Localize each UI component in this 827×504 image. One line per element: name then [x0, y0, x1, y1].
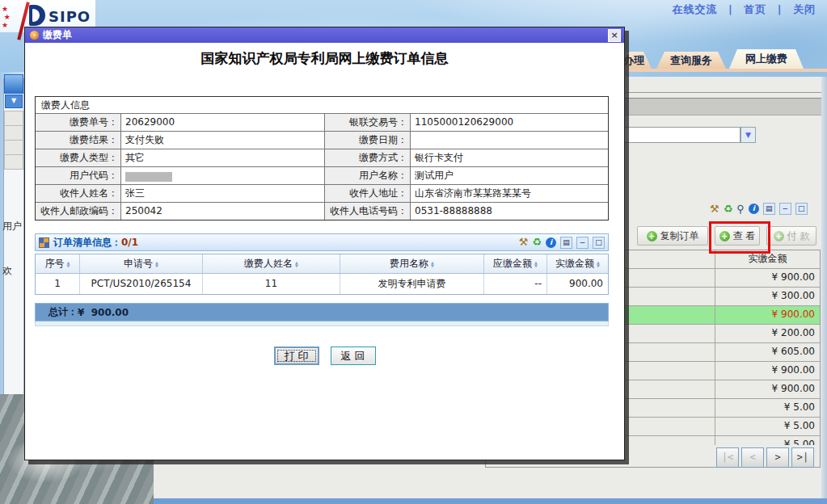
col-header-paid-amount: 实缴金额 — [715, 250, 820, 268]
total-value: ¥ 900.00 — [78, 307, 129, 318]
maximize-icon[interactable]: □ — [593, 237, 605, 249]
col-header-no[interactable]: 序号 — [36, 254, 80, 273]
tools-icon[interactable]: ⚒ — [519, 237, 529, 248]
search-icon[interactable]: ⚲ — [736, 204, 745, 215]
list-icon[interactable]: ▤ — [763, 203, 775, 215]
cell-application-no: PCT/US2010/265154 — [80, 274, 203, 294]
link-online-chat[interactable]: 在线交流 — [672, 3, 717, 15]
print-button[interactable]: 打 印 — [274, 346, 319, 365]
info-icon[interactable]: i — [749, 204, 759, 214]
cell-fee-name: 发明专利申请费 — [340, 274, 484, 294]
cell-amount: ¥ 5.00 — [715, 399, 820, 417]
field-value: 支付失败 — [121, 132, 325, 149]
col-header-paid-amount[interactable]: 实缴金额 — [547, 254, 608, 273]
table-header-row: 序号 申请号 缴费人姓名 费用名称 应缴金额 实缴金额 — [36, 254, 608, 274]
sidebar-menu-cell[interactable] — [4, 154, 23, 170]
field-label: 用户代码： — [36, 167, 121, 184]
last-page-button[interactable]: >| — [791, 447, 814, 468]
payment-order-dialog: › 缴费单 × 国家知识产权局专利局网上缴费订单信息 缴费人信息 缴费单号： 2… — [24, 27, 625, 460]
minimize-icon[interactable]: − — [576, 237, 589, 249]
sidebar-menu-cell[interactable] — [4, 140, 23, 155]
payer-info-table: 缴费人信息 缴费单号： 20629000 银联交易号： 110500012062… — [35, 96, 609, 220]
field-value: 张三 — [121, 185, 325, 202]
cell-amount: ¥ 605.00 — [715, 343, 820, 361]
cell-no: 1 — [36, 274, 80, 294]
field-value: 20629000 — [121, 114, 325, 131]
page-title: 国家知识产权局专利局网上缴费订单信息 — [25, 49, 624, 68]
field-value: 山东省济南市某某路某某号 — [411, 185, 608, 202]
first-page-button[interactable]: |< — [716, 447, 739, 468]
col-header-fee-name[interactable]: 费用名称 — [340, 254, 484, 273]
dropdown-arrow-button[interactable]: ▼ — [741, 127, 756, 143]
payer-section-title: 缴费人信息 — [36, 97, 608, 113]
total-bar: 总计： ¥ 900.00 — [35, 303, 609, 321]
minimize-icon[interactable]: − — [779, 203, 791, 215]
sort-icon — [597, 261, 600, 267]
cell-amount: ¥ 900.00 — [715, 306, 820, 324]
field-label: 缴费结果： — [36, 132, 121, 149]
sidebar-menu-cell[interactable] — [4, 125, 23, 141]
order-section-title: 订单清单信息： — [53, 236, 121, 250]
table-row: 缴费单号： 20629000 银联交易号： 1105000120629000 — [36, 113, 608, 131]
arrow-bullet-icon: › — [30, 31, 39, 40]
panel-right-edge — [821, 77, 827, 498]
table-row: 缴费人类型： 其它 缴费方式： 银行卡支付 — [36, 149, 608, 166]
field-value — [411, 132, 608, 149]
tools-icon[interactable]: ⚒ — [710, 204, 719, 215]
header-label: 实缴金额 — [555, 257, 594, 271]
field-label: 收件人邮政编码： — [36, 203, 121, 220]
sidebar-text-fragment: 用户 — [2, 220, 22, 233]
sipo-logo-text: SIPO — [49, 8, 91, 25]
link-home[interactable]: 首页 — [744, 3, 766, 15]
field-value: 0531-88888888 — [411, 203, 608, 220]
tab-strip — [612, 69, 827, 72]
header-label: 申请号 — [124, 257, 153, 271]
sipo-payment-page: ★ ★★ SIPO 在线交流 | 首页 | 关闭 办理 查询服务 网上缴费 ▼ … — [0, 0, 827, 504]
cell-amount: ¥ 5.00 — [715, 418, 820, 435]
close-icon[interactable]: × — [608, 29, 621, 42]
plus-icon: + — [647, 231, 657, 242]
link-close[interactable]: 关闭 — [793, 3, 816, 15]
col-header-due-amount[interactable]: 应缴金额 — [484, 254, 547, 273]
pay-label: 付 款 — [787, 229, 810, 243]
field-label: 收件人姓名： — [36, 185, 121, 202]
header-label: 应缴金额 — [493, 257, 532, 271]
dialog-title: 缴费单 — [43, 28, 72, 42]
info-icon[interactable]: i — [546, 237, 556, 248]
tab-query-service[interactable]: 查询服务 — [656, 52, 726, 69]
section-window-controls: ⚒ ♻ i ▤ − □ — [519, 237, 608, 249]
copy-order-button[interactable]: + 复制订单 — [637, 226, 708, 246]
maximize-icon[interactable]: □ — [795, 203, 808, 215]
cell-payer-name: 11 — [203, 274, 340, 294]
refresh-icon[interactable]: ♻ — [724, 204, 733, 215]
grid-icon — [39, 237, 49, 248]
cell-amount: ¥ 200.00 — [715, 325, 820, 342]
cell-amount: ¥ 900.00 — [715, 269, 820, 287]
chevron-down-icon: ▼ — [745, 131, 751, 139]
next-page-button[interactable]: > — [766, 447, 789, 468]
header-label: 缴费人姓名 — [244, 257, 293, 271]
col-header-payer-name[interactable]: 缴费人姓名 — [203, 254, 340, 273]
sidebar-dropdown-button[interactable]: ▼ — [5, 94, 23, 108]
plus-icon: + — [719, 231, 730, 242]
field-label: 用户名称： — [325, 167, 411, 184]
sort-icon — [431, 261, 434, 267]
field-label: 缴费日期： — [325, 132, 411, 149]
table-row: 用户代码： 用户名称： 测试用户 — [36, 166, 608, 184]
sidebar-blue-button[interactable] — [4, 74, 23, 94]
tab-online-payment[interactable]: 网上缴费 — [729, 49, 804, 69]
pay-button[interactable]: + 付 款 — [766, 226, 816, 246]
cell-amount: ¥ 900.00 — [715, 362, 820, 380]
view-button[interactable]: + 查 看 — [715, 226, 760, 246]
sidebar-menu-cell[interactable] — [4, 111, 23, 126]
prev-page-button[interactable]: < — [741, 447, 764, 468]
field-value: 测试用户 — [411, 167, 608, 184]
field-value: 250042 — [121, 203, 325, 220]
list-icon[interactable]: ▤ — [560, 237, 572, 249]
header-label: 费用名称 — [390, 257, 428, 271]
refresh-icon[interactable]: ♻ — [532, 237, 542, 248]
order-table: 序号 申请号 缴费人姓名 费用名称 应缴金额 实缴金额 1 PCT/US2010… — [35, 254, 609, 295]
back-button[interactable]: 返 回 — [331, 346, 376, 365]
col-header-application-no[interactable]: 申请号 — [80, 254, 203, 273]
field-value: 银行卡支付 — [411, 149, 608, 166]
